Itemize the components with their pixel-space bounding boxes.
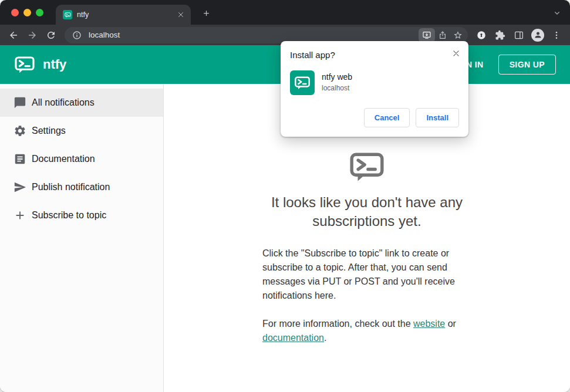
forward-arrow-icon (27, 30, 38, 40)
tab-close-icon[interactable] (176, 9, 186, 20)
browser-tab[interactable]: ntfy (56, 5, 191, 25)
sidebar-item-label: Documentation (32, 154, 95, 164)
window-minimize-button[interactable] (23, 9, 31, 16)
empty-state-heading: It looks like you don't have any subscri… (244, 193, 490, 231)
gear-icon (14, 124, 26, 137)
back-button[interactable] (5, 26, 22, 44)
ntfy-favicon-icon (63, 10, 72, 19)
dialog-app-name: ntfy web (322, 72, 352, 82)
install-app-icon[interactable] (419, 28, 435, 42)
reload-icon (46, 30, 56, 40)
dialog-close-icon[interactable] (450, 47, 463, 60)
send-icon (14, 181, 26, 194)
ntfy-empty-state-icon (349, 148, 385, 185)
new-tab-button[interactable] (200, 6, 213, 19)
sidebar-item-all-notifications[interactable]: All notifications (0, 89, 163, 117)
browser-menu-kebab-icon[interactable] (548, 26, 565, 44)
empty-state-paragraph: Click the "Subscribe to topic" link to c… (262, 246, 471, 303)
install-app-dialog: Install app? ntfy web localhost Cancel I… (281, 41, 468, 137)
person-icon (534, 31, 542, 39)
extensions-puzzle-icon[interactable] (491, 26, 509, 44)
sidebar-item-documentation[interactable]: Documentation (0, 145, 163, 173)
install-button[interactable]: Install (416, 108, 459, 127)
sidebar-item-label: Publish notification (32, 182, 110, 192)
ntfy-logo-icon (14, 54, 35, 75)
website-link[interactable]: website (413, 319, 445, 329)
dialog-app-info: ntfy web localhost (290, 70, 459, 95)
side-panel-icon[interactable] (510, 26, 528, 44)
browser-window: ntfy localhost ntfy SIGN IN SIGN UP (0, 0, 570, 392)
sidebar-item-label: Settings (32, 126, 66, 136)
forward-button[interactable] (23, 26, 41, 44)
bookmark-star-icon[interactable] (450, 28, 466, 43)
sidebar-item-label: All notifications (32, 97, 95, 108)
ntfy-app-icon (290, 70, 315, 95)
sidebar-item-settings[interactable]: Settings (0, 117, 163, 145)
tab-title: ntfy (77, 11, 171, 19)
dialog-app-origin: localhost (322, 84, 352, 92)
sign-up-button[interactable]: SIGN UP (498, 55, 556, 75)
article-icon (14, 153, 26, 165)
dialog-title: Install app? (290, 50, 459, 60)
documentation-link[interactable]: documentation (262, 333, 324, 343)
share-icon[interactable] (435, 28, 450, 43)
back-arrow-icon (8, 30, 19, 40)
sidebar-item-subscribe-to-topic[interactable]: Subscribe to topic (0, 201, 163, 229)
plus-icon (14, 209, 26, 222)
tab-search-chevron-icon[interactable] (551, 7, 563, 19)
sidebar: All notifications Settings Documentation… (0, 84, 164, 392)
address-url: localhost (89, 31, 419, 39)
chat-icon (14, 96, 26, 109)
site-info-icon[interactable] (69, 28, 85, 43)
app-title: ntfy (43, 57, 66, 72)
empty-state-links-paragraph: For more information, check out the webs… (262, 317, 471, 345)
empty-state-text: Click the "Subscribe to topic" link to c… (262, 246, 471, 345)
dialog-actions: Cancel Install (290, 108, 459, 127)
window-zoom-button[interactable] (36, 9, 43, 16)
tab-strip: ntfy (0, 0, 570, 25)
traffic-lights (11, 9, 43, 16)
cancel-button[interactable]: Cancel (364, 108, 410, 127)
sidebar-item-publish-notification[interactable]: Publish notification (0, 173, 163, 201)
profile-avatar[interactable] (529, 26, 547, 44)
window-close-button[interactable] (11, 9, 19, 16)
password-extension-icon[interactable] (473, 26, 490, 44)
reload-button[interactable] (42, 26, 60, 44)
sidebar-item-label: Subscribe to topic (32, 210, 106, 221)
